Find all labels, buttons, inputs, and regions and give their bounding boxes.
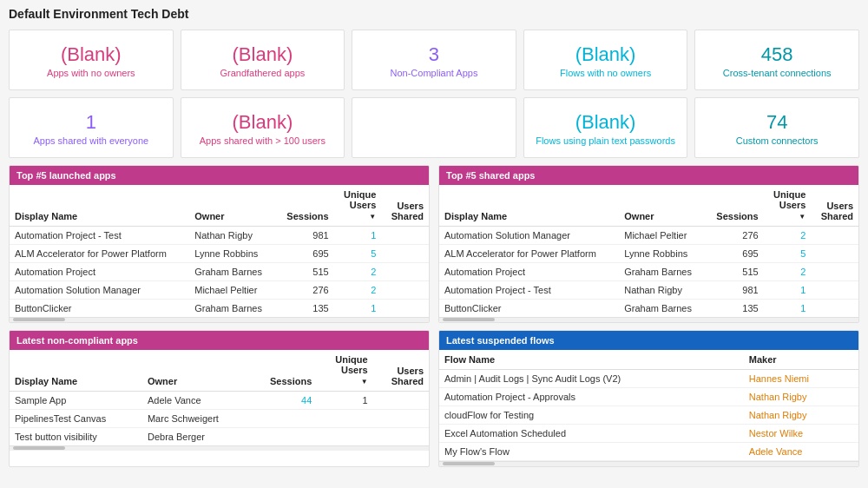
stat-card-flows-no-owners[interactable]: (Blank) Flows with no owners	[523, 30, 688, 90]
shared-scrollbar[interactable]	[439, 317, 858, 322]
th-nc-unique-users[interactable]: UniqueUsers▼	[317, 350, 372, 391]
th-nc-display-name[interactable]: Display Name	[10, 350, 142, 391]
cell-name: ALM Accelerator for Power Platform	[439, 244, 619, 262]
flows-scrollbar[interactable]	[439, 461, 858, 466]
stat-label-custom-connectors: Custom connectors	[736, 135, 819, 146]
table-row: ALM Accelerator for Power Platform Lynne…	[439, 244, 858, 262]
cell-owner: Debra Berger	[142, 427, 249, 445]
cell-unique-users: 1	[334, 226, 382, 244]
cell-unique-users: 1	[764, 280, 812, 299]
nc-scrollbar[interactable]	[10, 445, 429, 451]
stat-card-non-compliant[interactable]: 3 Non-Compliant Apps	[352, 30, 516, 90]
th-users-shared[interactable]: UsersShared	[381, 185, 429, 226]
stat-label-apps-no-owners: Apps with no owners	[47, 68, 135, 78]
cell-flow-name: Automation Project - Approvals	[439, 387, 744, 406]
cell-unique-users: 1	[334, 299, 382, 317]
cell-unique-users	[317, 427, 372, 445]
stat-label-flows-no-owners: Flows with no owners	[560, 68, 651, 78]
top5-shared-panel: Top #5 shared apps Display Name Owner Se…	[438, 165, 859, 323]
th-unique-users[interactable]: UniqueUsers▼	[334, 185, 382, 226]
table-row: ButtonClicker Graham Barnes 135 1	[10, 299, 429, 317]
stat-card-grandfathered[interactable]: (Blank) Grandfathered apps	[181, 30, 345, 90]
cell-sessions: 276	[276, 280, 334, 299]
cell-sessions: 515	[706, 262, 764, 280]
th-sessions-shared[interactable]: Sessions	[706, 185, 764, 226]
stat-label-apps-shared-everyone: Apps shared with everyone	[33, 135, 148, 146]
th-display-name-shared[interactable]: Display Name	[439, 185, 619, 226]
cell-sessions	[249, 409, 318, 427]
cell-sessions: 135	[706, 299, 764, 317]
table-row: Automation Project - Test Nathan Rigby 9…	[439, 280, 858, 299]
cell-owner: Graham Barnes	[189, 262, 275, 280]
stat-value-non-compliant: 3	[429, 43, 439, 66]
stat-value-apps-shared-everyone: 1	[86, 111, 96, 134]
table-row: ButtonClicker Graham Barnes 135 1	[439, 299, 858, 317]
th-flow-name[interactable]: Flow Name	[439, 350, 744, 370]
stat-label-cross-tenant: Cross-tenant connections	[723, 68, 832, 78]
th-owner-shared[interactable]: Owner	[619, 185, 705, 226]
cell-maker: Nestor Wilke	[744, 424, 858, 442]
stat-value-flows-passwords: (Blank)	[575, 111, 636, 134]
launched-scrollbar[interactable]	[10, 317, 429, 322]
table-row: PipelinesTest Canvas Marc Schweigert	[10, 409, 429, 427]
th-sessions[interactable]: Sessions	[276, 185, 334, 226]
cell-sessions: 276	[706, 226, 764, 244]
th-unique-users-shared[interactable]: UniqueUsers▼	[764, 185, 812, 226]
cell-owner: Graham Barnes	[619, 299, 705, 317]
cell-users-shared	[381, 226, 429, 244]
cell-owner: Adele Vance	[142, 391, 249, 409]
stat-card-flows-passwords[interactable]: (Blank) Flows using plain text passwords	[523, 97, 688, 158]
top5-launched-panel: Top #5 launched apps Display Name Owner …	[9, 165, 430, 323]
cell-maker: Adele Vance	[744, 442, 858, 460]
cell-maker: Hannes Niemi	[744, 369, 858, 387]
cell-unique-users: 1	[764, 299, 812, 317]
cell-name: Automation Project - Test	[10, 226, 189, 244]
cell-owner: Lynne Robbins	[189, 244, 275, 262]
cell-users-shared	[811, 299, 858, 317]
top5-launched-header: Top #5 launched apps	[10, 166, 429, 185]
stat-card-apps-no-owners[interactable]: (Blank) Apps with no owners	[9, 30, 174, 90]
non-compliant-table: Display Name Owner Sessions UniqueUsers▼…	[10, 350, 429, 445]
cell-name: Automation Project	[10, 262, 189, 280]
th-users-shared-shared[interactable]: UsersShared	[811, 185, 858, 226]
cell-name: Automation Project - Test	[439, 280, 619, 299]
table-row: Sample App Adele Vance 44 1	[10, 391, 429, 409]
suspended-flows-header: Latest suspended flows	[439, 331, 858, 350]
suspended-flows-panel: Latest suspended flows Flow Name Maker A…	[438, 330, 859, 467]
page-container: Default Environment Tech Debt (Blank) Ap…	[0, 0, 868, 488]
nc-scrollbar-thumb	[13, 446, 65, 450]
th-owner[interactable]: Owner	[189, 185, 275, 226]
stat-card-cross-tenant[interactable]: 458 Cross-tenant connections	[694, 30, 859, 90]
table-row: My Flow's Flow Adele Vance	[439, 442, 858, 460]
cell-unique-users	[317, 409, 372, 427]
stat-card-apps-shared-everyone[interactable]: 1 Apps shared with everyone	[9, 97, 174, 158]
stat-card-apps-100-users[interactable]: (Blank) Apps shared with > 100 users	[181, 97, 345, 158]
th-flow-maker[interactable]: Maker	[744, 350, 858, 370]
cell-maker: Nathan Rigby	[744, 406, 858, 424]
cell-owner: Nathan Rigby	[189, 226, 275, 244]
cell-unique-users: 2	[334, 280, 382, 299]
cell-name: ButtonClicker	[439, 299, 619, 317]
page-title: Default Environment Tech Debt	[9, 7, 859, 21]
stat-card-custom-connectors[interactable]: 74 Custom connectors	[694, 97, 859, 158]
cell-users-shared	[811, 226, 858, 244]
cell-unique-users: 2	[334, 262, 382, 280]
cell-sessions: 695	[276, 244, 334, 262]
table-row: Admin | Audit Logs | Sync Audit Logs (V2…	[439, 369, 858, 387]
th-nc-owner[interactable]: Owner	[142, 350, 249, 391]
cell-unique-users: 5	[334, 244, 382, 262]
table-row: Automation Solution Manager Michael Pelt…	[10, 280, 429, 299]
table-row: Automation Project - Approvals Nathan Ri…	[439, 387, 858, 406]
cell-unique-users: 1	[317, 391, 372, 409]
cell-name: ALM Accelerator for Power Platform	[10, 244, 189, 262]
th-nc-sessions[interactable]: Sessions	[249, 350, 318, 391]
cell-name: Test button visibility	[10, 427, 142, 445]
stat-value-flows-no-owners: (Blank)	[575, 43, 636, 66]
cell-sessions: 981	[706, 280, 764, 299]
cell-owner: Graham Barnes	[189, 299, 275, 317]
cell-users-shared	[811, 244, 858, 262]
th-display-name[interactable]: Display Name	[10, 185, 189, 226]
cell-owner: Lynne Robbins	[619, 244, 705, 262]
stat-value-custom-connectors: 74	[766, 111, 787, 134]
th-nc-users-shared[interactable]: UsersShared	[373, 350, 429, 391]
